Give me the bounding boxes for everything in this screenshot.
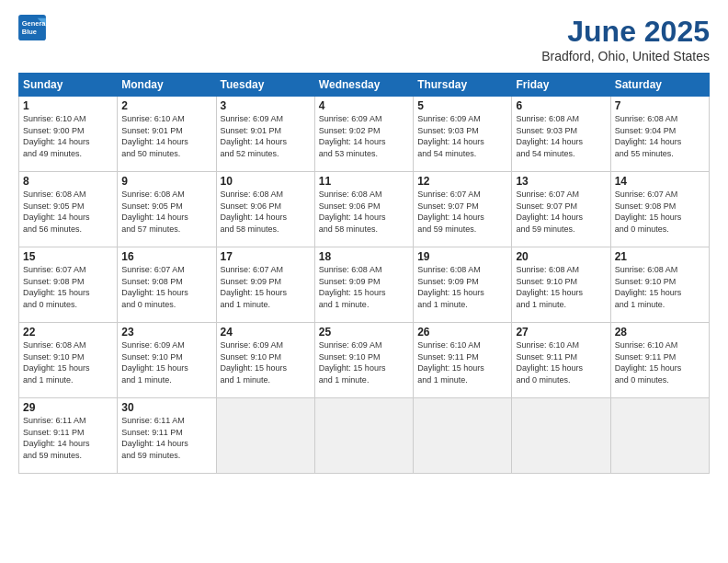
calendar-cell: 18Sunrise: 6:08 AM Sunset: 9:09 PM Dayli… xyxy=(314,247,413,323)
day-number: 7 xyxy=(615,99,705,112)
day-number: 21 xyxy=(615,250,705,263)
day-info: Sunrise: 6:08 AM Sunset: 9:10 PM Dayligh… xyxy=(516,264,606,310)
day-info: Sunrise: 6:08 AM Sunset: 9:05 PM Dayligh… xyxy=(23,189,113,235)
day-number: 22 xyxy=(23,326,113,339)
day-info: Sunrise: 6:08 AM Sunset: 9:05 PM Dayligh… xyxy=(121,189,211,235)
calendar-cell: 23Sunrise: 6:09 AM Sunset: 9:10 PM Dayli… xyxy=(118,323,216,398)
day-info: Sunrise: 6:10 AM Sunset: 9:11 PM Dayligh… xyxy=(615,339,705,385)
day-info: Sunrise: 6:11 AM Sunset: 9:11 PM Dayligh… xyxy=(23,415,113,461)
header-friday: Friday xyxy=(512,74,610,97)
day-number: 1 xyxy=(23,99,113,112)
day-info: Sunrise: 6:09 AM Sunset: 9:02 PM Dayligh… xyxy=(319,113,409,159)
calendar-cell: 15Sunrise: 6:07 AM Sunset: 9:08 PM Dayli… xyxy=(19,247,118,323)
day-info: Sunrise: 6:09 AM Sunset: 9:10 PM Dayligh… xyxy=(319,339,409,385)
day-number: 19 xyxy=(417,250,507,263)
day-number: 23 xyxy=(121,326,211,339)
day-info: Sunrise: 6:07 AM Sunset: 9:08 PM Dayligh… xyxy=(615,189,705,235)
header-monday: Monday xyxy=(118,74,216,97)
logo-icon: General Blue xyxy=(18,15,46,40)
calendar-week-row: 29Sunrise: 6:11 AM Sunset: 9:11 PM Dayli… xyxy=(19,398,710,474)
day-info: Sunrise: 6:08 AM Sunset: 9:10 PM Dayligh… xyxy=(615,264,705,310)
header-wednesday: Wednesday xyxy=(314,74,413,97)
day-number: 10 xyxy=(221,175,311,188)
calendar-cell: 27Sunrise: 6:10 AM Sunset: 9:11 PM Dayli… xyxy=(512,323,610,398)
header-tuesday: Tuesday xyxy=(216,74,314,97)
day-info: Sunrise: 6:08 AM Sunset: 9:09 PM Dayligh… xyxy=(319,264,409,310)
calendar-cell: 10Sunrise: 6:08 AM Sunset: 9:06 PM Dayli… xyxy=(216,172,314,247)
logo: General Blue xyxy=(18,15,46,40)
calendar-cell xyxy=(216,398,314,474)
calendar-cell: 12Sunrise: 6:07 AM Sunset: 9:07 PM Dayli… xyxy=(414,172,512,247)
calendar-cell: 8Sunrise: 6:08 AM Sunset: 9:05 PM Daylig… xyxy=(19,172,118,247)
header-sunday: Sunday xyxy=(19,74,118,97)
calendar-cell: 28Sunrise: 6:10 AM Sunset: 9:11 PM Dayli… xyxy=(610,323,709,398)
day-number: 12 xyxy=(417,175,507,188)
calendar-cell: 24Sunrise: 6:09 AM Sunset: 9:10 PM Dayli… xyxy=(216,323,314,398)
calendar-cell: 1Sunrise: 6:10 AM Sunset: 9:00 PM Daylig… xyxy=(19,97,118,172)
day-info: Sunrise: 6:08 AM Sunset: 9:04 PM Dayligh… xyxy=(615,113,705,159)
day-number: 11 xyxy=(319,175,409,188)
calendar-cell: 11Sunrise: 6:08 AM Sunset: 9:06 PM Dayli… xyxy=(314,172,413,247)
calendar-cell: 25Sunrise: 6:09 AM Sunset: 9:10 PM Dayli… xyxy=(314,323,413,398)
calendar-cell xyxy=(414,398,512,474)
month-title: June 2025 xyxy=(541,15,710,49)
day-info: Sunrise: 6:10 AM Sunset: 9:01 PM Dayligh… xyxy=(121,113,211,159)
day-number: 5 xyxy=(417,99,507,112)
day-info: Sunrise: 6:08 AM Sunset: 9:09 PM Dayligh… xyxy=(417,264,507,310)
calendar-week-row: 15Sunrise: 6:07 AM Sunset: 9:08 PM Dayli… xyxy=(19,247,710,323)
calendar-cell: 9Sunrise: 6:08 AM Sunset: 9:05 PM Daylig… xyxy=(118,172,216,247)
calendar-cell: 6Sunrise: 6:08 AM Sunset: 9:03 PM Daylig… xyxy=(512,97,610,172)
day-number: 30 xyxy=(121,401,211,414)
calendar-cell xyxy=(610,398,709,474)
day-header-row: Sunday Monday Tuesday Wednesday Thursday… xyxy=(19,74,710,97)
calendar-cell xyxy=(512,398,610,474)
calendar-cell: 7Sunrise: 6:08 AM Sunset: 9:04 PM Daylig… xyxy=(610,97,709,172)
day-info: Sunrise: 6:08 AM Sunset: 9:03 PM Dayligh… xyxy=(516,113,606,159)
day-number: 4 xyxy=(319,99,409,112)
header-saturday: Saturday xyxy=(610,74,709,97)
calendar-cell: 29Sunrise: 6:11 AM Sunset: 9:11 PM Dayli… xyxy=(19,398,118,474)
day-info: Sunrise: 6:08 AM Sunset: 9:06 PM Dayligh… xyxy=(319,189,409,235)
calendar-cell: 30Sunrise: 6:11 AM Sunset: 9:11 PM Dayli… xyxy=(118,398,216,474)
day-number: 28 xyxy=(615,326,705,339)
header-thursday: Thursday xyxy=(414,74,512,97)
calendar-cell: 21Sunrise: 6:08 AM Sunset: 9:10 PM Dayli… xyxy=(610,247,709,323)
calendar-cell: 20Sunrise: 6:08 AM Sunset: 9:10 PM Dayli… xyxy=(512,247,610,323)
day-info: Sunrise: 6:07 AM Sunset: 9:08 PM Dayligh… xyxy=(23,264,113,310)
day-info: Sunrise: 6:08 AM Sunset: 9:06 PM Dayligh… xyxy=(221,189,311,235)
location: Bradford, Ohio, United States xyxy=(541,49,710,63)
day-info: Sunrise: 6:09 AM Sunset: 9:10 PM Dayligh… xyxy=(121,339,211,385)
day-number: 14 xyxy=(615,175,705,188)
svg-text:General: General xyxy=(22,19,46,28)
day-number: 13 xyxy=(516,175,606,188)
day-number: 3 xyxy=(221,99,311,112)
calendar-cell: 22Sunrise: 6:08 AM Sunset: 9:10 PM Dayli… xyxy=(19,323,118,398)
day-info: Sunrise: 6:10 AM Sunset: 9:11 PM Dayligh… xyxy=(417,339,507,385)
day-number: 16 xyxy=(121,250,211,263)
day-info: Sunrise: 6:08 AM Sunset: 9:10 PM Dayligh… xyxy=(23,339,113,385)
day-info: Sunrise: 6:09 AM Sunset: 9:01 PM Dayligh… xyxy=(221,113,311,159)
day-number: 15 xyxy=(23,250,113,263)
day-info: Sunrise: 6:07 AM Sunset: 9:08 PM Dayligh… xyxy=(121,264,211,310)
calendar-cell: 4Sunrise: 6:09 AM Sunset: 9:02 PM Daylig… xyxy=(314,97,413,172)
day-number: 29 xyxy=(23,401,113,414)
title-block: June 2025 Bradford, Ohio, United States xyxy=(541,15,710,63)
calendar-cell: 3Sunrise: 6:09 AM Sunset: 9:01 PM Daylig… xyxy=(216,97,314,172)
day-number: 8 xyxy=(23,175,113,188)
day-number: 25 xyxy=(319,326,409,339)
calendar-cell: 5Sunrise: 6:09 AM Sunset: 9:03 PM Daylig… xyxy=(414,97,512,172)
day-number: 24 xyxy=(221,326,311,339)
header: General Blue June 2025 Bradford, Ohio, U… xyxy=(18,15,710,63)
calendar-week-row: 8Sunrise: 6:08 AM Sunset: 9:05 PM Daylig… xyxy=(19,172,710,247)
day-info: Sunrise: 6:09 AM Sunset: 9:10 PM Dayligh… xyxy=(221,339,311,385)
day-number: 18 xyxy=(319,250,409,263)
day-number: 20 xyxy=(516,250,606,263)
calendar-week-row: 22Sunrise: 6:08 AM Sunset: 9:10 PM Dayli… xyxy=(19,323,710,398)
day-number: 2 xyxy=(121,99,211,112)
calendar-cell: 14Sunrise: 6:07 AM Sunset: 9:08 PM Dayli… xyxy=(610,172,709,247)
calendar-cell: 26Sunrise: 6:10 AM Sunset: 9:11 PM Dayli… xyxy=(414,323,512,398)
calendar-cell: 19Sunrise: 6:08 AM Sunset: 9:09 PM Dayli… xyxy=(414,247,512,323)
day-number: 27 xyxy=(516,326,606,339)
page: General Blue June 2025 Bradford, Ohio, U… xyxy=(0,0,728,563)
day-info: Sunrise: 6:07 AM Sunset: 9:09 PM Dayligh… xyxy=(221,264,311,310)
